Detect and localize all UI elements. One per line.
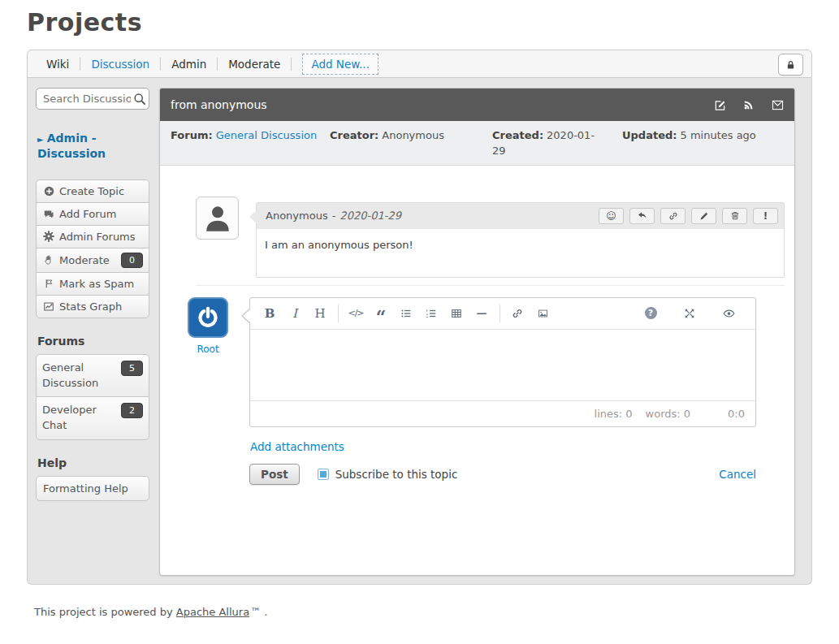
heading-button[interactable]: H [311,304,329,323]
creator-meta-label: Creator: [330,129,378,141]
help-button[interactable]: ? [642,304,660,323]
help-icon: ? [645,307,657,319]
editor-statusbar: lines: 0 words: 0 0:0 [250,400,755,426]
forum-meta-label: Forum: [171,129,213,141]
root-avatar [188,297,228,338]
comment-header: Anonymous - 2020-01-29 ☺ [257,203,784,229]
sidebar-item-moderate[interactable]: Moderate 0 [36,248,149,273]
quote-button[interactable]: “ [372,304,390,323]
post-row: Post Subscribe to this topic Cancel [249,464,756,485]
mail-icon[interactable] [772,100,784,110]
sidebar-item-general-discussion[interactable]: General Discussion 5 [36,354,149,398]
apache-allura-link[interactable]: Apache Allura [176,606,249,618]
emoji-button[interactable]: ☺ [599,208,624,224]
fullscreen-button[interactable] [681,304,698,323]
editor-textarea[interactable] [250,330,755,400]
comment-icon [42,209,55,219]
horizontal-rule-button[interactable]: — [473,304,491,323]
comment-separator: - [332,210,336,222]
sidebar-item-stats-graph[interactable]: Stats Graph [36,295,149,318]
link-icon [668,211,678,221]
sidebar-item-create-topic[interactable]: Create Topic [36,179,149,203]
unordered-list-icon [400,308,412,319]
search-icon[interactable] [133,93,146,106]
tab-wiki[interactable]: Wiki [36,58,80,71]
topic-panel: from anonymous Forum:General Discussion [159,88,795,576]
toolbar-separator [338,305,339,322]
hand-icon [42,254,55,266]
link-icon [512,308,523,319]
preview-button[interactable] [720,304,737,323]
forum-meta-link[interactable]: General Discussion [216,129,318,141]
sidebar-item-label: Stats Graph [59,300,122,313]
footer-text: This project is powered by [34,606,176,618]
add-attachments-link[interactable]: Add attachments [250,440,344,453]
forum-label: Developer Chat [42,403,110,434]
rss-feed-icon[interactable] [743,99,755,110]
spam-button[interactable]: ! [753,208,778,224]
bold-button[interactable]: B [261,304,279,323]
tab-admin[interactable]: Admin [161,58,217,71]
subscribe-checkbox[interactable] [318,469,329,480]
sidebar-item-admin-discussion[interactable]: ►Admin - Discussion [37,131,139,162]
updated-meta-label: Updated: [622,129,677,141]
insert-link-button[interactable] [508,304,526,323]
ordered-list-button[interactable] [422,304,440,323]
cancel-link[interactable]: Cancel [719,468,756,481]
reply-user-label[interactable]: Root [188,344,228,355]
titlebar-icons [714,99,784,111]
search-input[interactable] [36,88,149,110]
sidebar-item-label: Admin Forums [59,231,136,243]
reply-section: Root B I H </> “ [160,286,794,485]
topic-titlebar: from anonymous [160,89,794,121]
post-button[interactable]: Post [249,464,300,485]
markdown-editor: B I H </> “ [249,297,756,427]
power-icon [196,305,220,330]
edit-topic-icon[interactable] [714,99,726,111]
reply-avatar-column: Root [188,297,249,485]
page-title: Projects [27,8,812,37]
creator-meta-value: Anonymous [382,129,444,141]
comment-card: Anonymous - 2020-01-29 ☺ [256,202,785,278]
italic-button[interactable]: I [286,304,304,323]
subscribe-option: Subscribe to this topic [318,468,458,481]
sidebar-item-label: Moderate [59,254,110,266]
cursor-position: 0:0 [728,408,745,420]
panel-spacer [160,485,794,575]
link-button[interactable] [660,208,685,224]
reply-button[interactable] [629,208,655,224]
page: Projects Wiki Discussion Admin Moderate … [0,8,839,618]
unordered-list-button[interactable] [397,304,415,323]
tab-discussion[interactable]: Discussion [80,58,160,71]
code-button[interactable]: </> [347,304,365,323]
image-icon [537,308,549,319]
plus-circle-icon [42,186,55,197]
comment-date: 2020-01-29 [339,210,401,222]
sidebar-item-mark-as-spam[interactable]: Mark as Spam [36,272,149,296]
expand-icon [684,308,695,319]
edit-comment-button[interactable] [691,208,716,224]
eye-icon [723,309,735,318]
delete-comment-button[interactable] [722,208,747,224]
sidebar-item-add-forum[interactable]: Add Forum [36,202,149,226]
triangle-right-icon: ► [37,135,44,144]
footer-suffix: ™ . [250,606,267,618]
admin-link-label: Admin - Discussion [37,132,106,160]
table-button[interactable] [448,304,465,323]
sidebar-item-developer-chat[interactable]: Developer Chat 2 [36,396,149,440]
lock-button[interactable] [778,54,803,76]
formatting-help-button[interactable]: Formatting Help [36,476,149,501]
insert-image-button[interactable] [534,304,551,323]
avatar [196,197,239,240]
comment-body: I am an anonymous person! [257,229,784,277]
add-new-button[interactable]: Add New... [302,54,378,75]
comment-author: Anonymous [266,210,328,222]
comment-container: Anonymous - 2020-01-29 ☺ [196,197,785,286]
sidebar-item-admin-forums[interactable]: Admin Forums [36,225,149,249]
chart-icon [42,301,55,312]
forums-heading: Forums [37,335,159,348]
tab-moderate[interactable]: Moderate [218,58,291,71]
subscribe-label: Subscribe to this topic [335,468,458,481]
forum-count-badge: 2 [121,403,143,418]
lock-icon [785,59,796,71]
